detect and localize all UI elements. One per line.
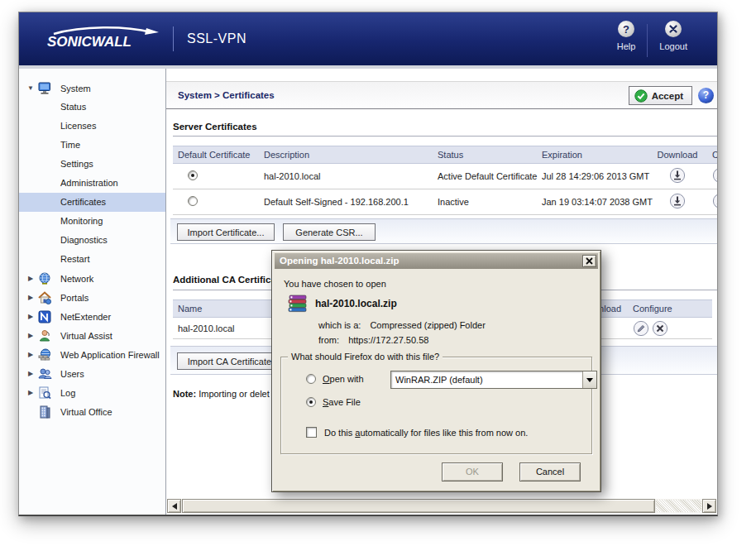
open-with-radio[interactable] [306, 374, 316, 384]
section-divider [173, 136, 717, 137]
sidebar-group-log[interactable]: ▶ Log [19, 383, 165, 402]
sidebar-group-label: Log [60, 388, 75, 398]
logout-button[interactable]: Logout [648, 21, 699, 51]
accept-button[interactable]: Accept [629, 86, 692, 105]
sidebar-group-system[interactable]: ▼ System [19, 79, 165, 98]
sidebar-group-virtual-assist[interactable]: ▶ Virtual Assist [19, 326, 165, 345]
dialog-action-groupbox: What should Firefox do with this file? O… [280, 357, 592, 454]
sidebar-group-portals[interactable]: ▶ Portals [19, 288, 165, 307]
sidebar-item-monitoring[interactable]: Monitoring [19, 212, 165, 231]
configure-pencil-icon[interactable] [633, 320, 649, 337]
save-file-radio[interactable] [306, 397, 316, 407]
scroll-left-button[interactable] [167, 499, 181, 513]
default-cert-radio[interactable] [188, 196, 198, 206]
col-configure: Configure [702, 150, 717, 160]
download-icon[interactable] [669, 167, 686, 184]
sidebar-group-users[interactable]: ▶ Users [19, 364, 165, 383]
sidebar-group-label: NetExtender [60, 312, 111, 322]
generate-csr-button[interactable]: Generate CSR... [283, 223, 376, 241]
dialog-filename: hal-2010.local.zip [315, 298, 397, 309]
breadcrumb: System > Certificates [178, 82, 275, 108]
dropdown-arrow-icon [582, 371, 596, 388]
col-expiration: Expiration [542, 150, 653, 160]
sidebar-item-restart[interactable]: Restart [19, 250, 165, 269]
scrollbar-thumb[interactable] [182, 499, 655, 513]
chevron-right-icon: ▶ [26, 275, 36, 282]
page: SONICWALL SSL-VPN ? Help Logout [0, 0, 756, 551]
sidebar-item-settings[interactable]: Settings [19, 155, 165, 174]
dialog-filetype-row: which is a: Compressed (zipped) Folder [318, 320, 486, 330]
sidebar-group-web-application-firewall[interactable]: ▶ Web Application Firewall [19, 345, 165, 364]
scroll-right-arrow-icon [707, 503, 712, 510]
sidebar-group-label: Web Application Firewall [60, 350, 160, 360]
col-default-certificate: Default Certificate [173, 150, 264, 160]
cert-expiration: Jul 28 14:29:06 2013 GMT [542, 171, 653, 181]
cancel-button[interactable]: Cancel [519, 462, 581, 482]
sidebar-item-time[interactable]: Time [19, 136, 165, 155]
delete-x-icon[interactable] [652, 320, 668, 337]
dialog-source-url: https://172.27.50.58 [348, 335, 428, 345]
netextender-icon [37, 310, 52, 323]
portals-home-icon [37, 291, 52, 304]
server-certificates-heading: Server Certificates [173, 122, 257, 132]
cert-expiration: Jan 19 03:14:07 2038 GMT [542, 197, 653, 207]
download-icon[interactable] [669, 193, 686, 209]
do-automatically-label: Do this automatically for files like thi… [324, 428, 528, 438]
sidebar-group-netextender[interactable]: ▶ NetExtender [19, 307, 165, 326]
note-text: Note: Importing or delet [173, 389, 270, 399]
open-with-dropdown[interactable]: WinRAR.ZIP (default) [390, 371, 597, 389]
help-button[interactable]: ? Help [605, 21, 648, 51]
save-file-label: Save File [323, 397, 361, 407]
accept-label: Accept [652, 91, 683, 101]
app-header: SONICWALL SSL-VPN ? Help Logout [19, 12, 717, 65]
do-automatically-row: Do this automatically for files like thi… [306, 427, 528, 438]
sidebar-group-label: System [60, 84, 91, 93]
scroll-left-arrow-icon [172, 503, 177, 510]
open-with-row: Open with WinRAR.ZIP (default) [306, 374, 364, 384]
dialog-title-bar[interactable]: Opening hal-2010.local.zip [275, 253, 598, 269]
default-cert-radio[interactable] [188, 170, 198, 180]
sidebar-item-administration[interactable]: Administration [19, 174, 165, 193]
horizontal-scrollbar[interactable] [167, 499, 716, 513]
col-download: Download [653, 150, 702, 160]
page-help-button[interactable]: ? [698, 88, 714, 103]
chevron-right-icon: ▶ [26, 389, 36, 396]
ok-button[interactable]: OK [442, 462, 503, 482]
dialog-close-button[interactable] [582, 255, 596, 267]
col-status: Status [438, 150, 542, 160]
do-automatically-checkbox[interactable] [306, 427, 317, 438]
configure-pencil-icon[interactable] [712, 193, 717, 209]
server-certificates-table: Default Certificate Description Status E… [173, 146, 717, 215]
sidebar-group-label: Virtual Office [60, 407, 112, 417]
groupbox-title: What should Firefox do with this file? [288, 352, 443, 362]
table-row: hal-2010.local Active Default Certificat… [173, 164, 717, 189]
dialog-title: Opening hal-2010.local.zip [280, 253, 399, 269]
sidebar-group-label: Virtual Assist [60, 331, 112, 341]
sidebar-item-certificates[interactable]: Certificates [19, 193, 165, 212]
save-file-row: Save File [306, 397, 361, 407]
page-title-bar: System > Certificates Accept ? [166, 81, 717, 109]
sidebar-item-status[interactable]: Status [19, 98, 165, 117]
table-row: Default Self-Signed - 192.168.200.1 Inac… [173, 189, 717, 215]
import-certificate-button[interactable]: Import Certificate... [177, 223, 275, 241]
accept-check-icon [634, 89, 648, 103]
help-icon: ? [618, 21, 634, 37]
header-actions: ? Help Logout [605, 21, 699, 57]
close-icon [586, 257, 593, 265]
dialog-filetype-value: Compressed (zipped) Folder [370, 320, 485, 330]
sidebar-item-licenses[interactable]: Licenses [19, 117, 165, 136]
configure-pencil-icon[interactable] [712, 167, 717, 184]
sidebar-group-label: Users [60, 369, 84, 379]
scrollbar-track[interactable] [656, 500, 701, 512]
sidebar-group-network[interactable]: ▶ Network [19, 269, 165, 288]
cert-description: hal-2010.local [264, 171, 438, 181]
open-with-selected-value: WinRAR.ZIP (default) [391, 375, 582, 385]
sidebar-group-virtual-office[interactable]: Virtual Office [19, 402, 165, 421]
sidebar-item-diagnostics[interactable]: Diagnostics [19, 231, 165, 250]
brand-text: SONICWALL [47, 34, 132, 50]
chevron-right-icon: ▶ [26, 332, 36, 339]
dialog-intro-text: You have chosen to open [284, 279, 386, 289]
scroll-right-button[interactable] [702, 499, 716, 513]
cert-status: Inactive [438, 197, 542, 207]
table-header-row: Default Certificate Description Status E… [173, 146, 717, 164]
